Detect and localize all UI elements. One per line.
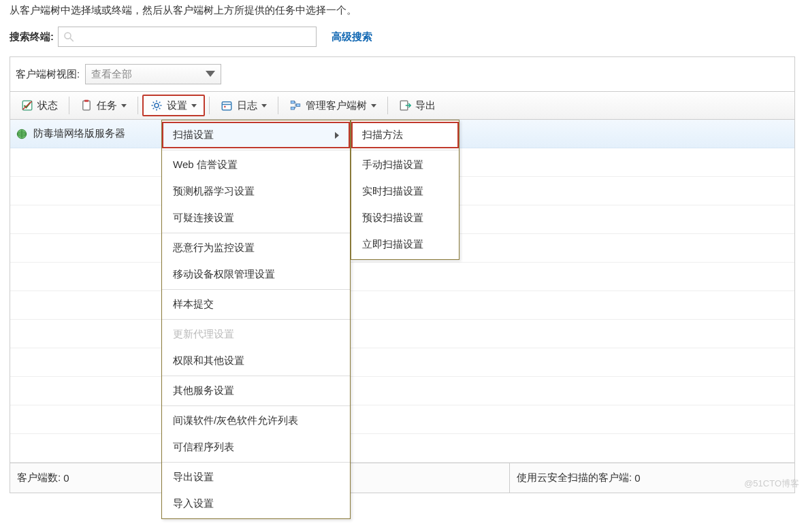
menu-item-label: 可信程序列表 (173, 441, 234, 454)
view-select[interactable]: 查看全部 (85, 64, 221, 84)
export-label: 导出 (415, 99, 436, 112)
gear-icon (150, 99, 163, 112)
view-row: 客户端树视图: 查看全部 (10, 57, 794, 91)
menu-item-label: 导入设置 (173, 497, 214, 510)
clipboard-icon (80, 99, 93, 112)
menu-item-label: 扫描设置 (173, 129, 214, 142)
menu-item-label: 实时扫描设置 (362, 185, 423, 198)
svg-rect-12 (291, 107, 294, 110)
svg-point-7 (155, 103, 159, 107)
status-bar: 客户端数: 0 使用云安全扫描的客户端: 0 (10, 463, 794, 493)
view-select-value: 查看全部 (91, 68, 132, 81)
scan-submenu-item[interactable]: 手动扫描设置 (351, 152, 459, 178)
calendar-icon (221, 99, 233, 112)
svg-rect-10 (224, 106, 225, 107)
search-icon (63, 31, 75, 43)
settings-menu-item[interactable]: 间谍软件/灰色软件允许列表 (162, 408, 350, 434)
separator (387, 97, 388, 114)
manage-tree-label: 管理客户端树 (306, 99, 367, 112)
svg-rect-8 (222, 102, 231, 110)
menu-item-label: 其他服务设置 (173, 384, 234, 397)
chevron-down-icon (371, 104, 376, 107)
task-label: 任务 (97, 99, 117, 112)
settings-menu-item[interactable]: 权限和其他设置 (162, 348, 350, 374)
menu-item-label: 权限和其他设置 (173, 354, 244, 367)
menu-item-label: 间谍软件/灰色软件允许列表 (173, 414, 298, 427)
settings-menu: 扫描设置Web 信誉设置预测机器学习设置可疑连接设置恶意行为监控设置移动设备权限… (161, 120, 351, 519)
menu-separator (162, 233, 350, 233)
scan-submenu: 扫描方法手动扫描设置实时扫描设置预设扫描设置立即扫描设置 (351, 120, 460, 260)
menu-item-label: 手动扫描设置 (362, 159, 423, 171)
settings-menu-item: 更新代理设置 (162, 321, 350, 348)
manage-tree-button[interactable]: 管理客户端树 (283, 95, 383, 116)
menu-item-label: 移动设备权限管理设置 (173, 268, 275, 281)
settings-label: 设置 (167, 99, 187, 112)
menu-item-label: 恶意行为监控设置 (173, 242, 255, 254)
settings-menu-item[interactable]: 其他服务设置 (162, 378, 350, 404)
menu-item-label: 导出设置 (173, 471, 214, 484)
tree-icon (289, 99, 302, 112)
settings-menu-item[interactable]: 导入设置 (162, 491, 350, 517)
svg-point-0 (65, 33, 71, 39)
export-icon (399, 99, 411, 112)
advanced-search-link[interactable]: 高级搜索 (332, 31, 372, 44)
export-button[interactable]: 导出 (392, 95, 442, 116)
client-count-label: 客户端数: (17, 471, 61, 484)
separator (278, 97, 278, 114)
separator (209, 97, 210, 114)
menu-item-label: 预测机器学习设置 (173, 185, 255, 198)
view-label: 客户端树视图: (16, 68, 80, 81)
settings-menu-item[interactable]: 移动设备权限管理设置 (162, 261, 350, 288)
settings-menu-item[interactable]: 预测机器学习设置 (162, 178, 350, 205)
search-row: 搜索终端: 高级搜索 (0, 27, 806, 56)
menu-separator (162, 289, 350, 290)
log-button[interactable]: 日志 (214, 95, 274, 116)
menu-separator (162, 376, 350, 376)
tree-root-label: 防毒墙网络版服务器 (33, 127, 125, 140)
chevron-down-icon (191, 104, 197, 107)
menu-item-label: 立即扫描设置 (362, 238, 423, 251)
scan-submenu-item[interactable]: 扫描方法 (351, 122, 459, 148)
log-label: 日志 (237, 99, 257, 112)
svg-rect-5 (83, 101, 91, 110)
menu-item-label: 可疑连接设置 (173, 212, 234, 225)
svg-rect-13 (297, 104, 300, 107)
scan-submenu-item[interactable]: 实时扫描设置 (351, 178, 459, 205)
settings-menu-item[interactable]: 可疑连接设置 (162, 205, 350, 231)
settings-menu-item[interactable]: Web 信誉设置 (162, 152, 350, 178)
menu-separator (162, 462, 350, 463)
task-button[interactable]: 任务 (74, 95, 133, 116)
cloud-scan-label: 使用云安全扫描的客户端: (517, 471, 632, 484)
scan-submenu-item[interactable]: 预设扫描设置 (351, 205, 459, 231)
search-label: 搜索终端: (10, 31, 54, 44)
toolbar: 状态 任务 设置 日志 管理客户端树 导出 (10, 91, 794, 120)
settings-menu-item[interactable]: 可信程序列表 (162, 434, 350, 461)
chevron-down-icon (206, 71, 215, 78)
tree-area: 防毒墙网络版服务器 扫描设置Web 信誉设置预测机器学习设置可疑连接设置恶意行为… (10, 120, 794, 463)
status-button[interactable]: 状态 (14, 95, 65, 116)
chevron-down-icon (121, 104, 127, 107)
svg-marker-2 (206, 71, 215, 77)
search-input[interactable] (75, 28, 316, 46)
settings-menu-item[interactable]: 样本提交 (162, 291, 350, 318)
chevron-down-icon (261, 104, 267, 107)
separator (138, 97, 138, 114)
intro-text: 从客户端树中选择域或终端，然后从客户端树上方所提供的任务中选择一个。 (0, 0, 806, 27)
settings-menu-item[interactable]: 导出设置 (162, 464, 350, 491)
chevron-right-icon (335, 132, 339, 139)
settings-menu-item[interactable]: 恶意行为监控设置 (162, 235, 350, 261)
settings-menu-item[interactable]: 扫描设置 (162, 122, 350, 148)
settings-button[interactable]: 设置 (142, 95, 205, 116)
menu-separator (162, 150, 350, 150)
separator (69, 97, 69, 114)
watermark: @51CTO博客 (744, 478, 799, 490)
search-box[interactable] (58, 27, 317, 47)
menu-separator (162, 405, 350, 406)
svg-rect-11 (291, 101, 294, 103)
scan-submenu-item[interactable]: 立即扫描设置 (351, 231, 459, 258)
menu-item-label: 扫描方法 (362, 129, 403, 142)
globe-icon (16, 128, 28, 140)
menu-separator (351, 150, 459, 150)
cloud-scan-value: 0 (634, 472, 640, 484)
status-icon (21, 99, 33, 112)
